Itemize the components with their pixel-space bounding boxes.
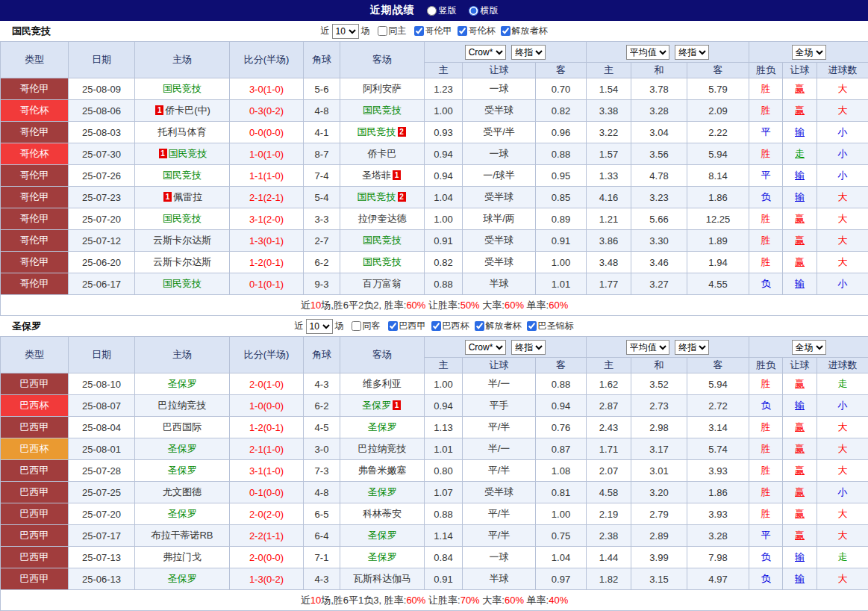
date-cell: 25-06-13 [69, 568, 135, 590]
score-cell[interactable]: 2-0(1-0) [230, 373, 304, 395]
score-cell[interactable]: 2-0(0-0) [230, 547, 304, 568]
league-checkbox[interactable] [458, 26, 467, 36]
team-name[interactable]: 维多利亚 [363, 378, 402, 389]
league-checkbox[interactable] [414, 26, 424, 36]
team-name[interactable]: 云斯卡尔达斯 [153, 256, 211, 267]
team-name[interactable]: 弗鲁米嫩塞 [358, 465, 407, 476]
summary-segment: 10 [310, 300, 321, 311]
team-name[interactable]: 尤文图德 [163, 486, 202, 497]
europe-away-odds-cell: 3.93 [687, 460, 749, 482]
same-venue-filter[interactable]: 同客 [352, 320, 381, 332]
score-cell[interactable]: 3-1(2-0) [230, 208, 304, 230]
match-count-select[interactable]: 10 [306, 319, 333, 334]
same-venue-checkbox[interactable] [352, 321, 361, 331]
team-name[interactable]: 阿利安萨 [363, 83, 402, 94]
team-name[interactable]: 巴拉纳竞技 [158, 400, 207, 411]
team-name[interactable]: 巴拉纳竞技 [358, 443, 407, 454]
layout-horizontal-option[interactable]: 横版 [469, 4, 499, 17]
score-cell[interactable]: 3-0(1-0) [230, 78, 304, 100]
league-checkbox[interactable] [475, 321, 484, 331]
team-name[interactable]: 佩雷拉 [173, 191, 202, 202]
league-filter[interactable]: 哥伦甲 [414, 25, 452, 37]
team-name[interactable]: 圣保罗 [368, 530, 397, 541]
league-filter[interactable]: 哥伦杯 [458, 25, 496, 37]
team-name[interactable]: 圣保罗 [362, 400, 391, 411]
league-filter[interactable]: 解放者杯 [475, 320, 522, 332]
average-select[interactable]: 平均值 [626, 340, 669, 355]
odds-company-select[interactable]: Crow* [465, 340, 506, 355]
scope-select[interactable]: 全场 [792, 340, 826, 355]
team-name[interactable]: 国民竞技 [163, 170, 202, 181]
team-name[interactable]: 国民竞技 [163, 278, 202, 289]
score-cell[interactable]: 2-1(1-0) [230, 438, 304, 460]
team-name[interactable]: 国民竞技 [357, 191, 396, 202]
score-cell[interactable]: 1-2(0-1) [230, 417, 304, 438]
europe-final-select[interactable]: 终指 [675, 340, 709, 355]
horizontal-radio[interactable] [469, 6, 478, 16]
team-name[interactable]: 国民竞技 [357, 126, 396, 137]
scope-select[interactable]: 全场 [792, 45, 826, 60]
league-filter[interactable]: 解放者杯 [501, 25, 548, 37]
team-name[interactable]: 拉伊奎达德 [358, 213, 407, 224]
summary-segment: 60% [505, 595, 524, 606]
team-name[interactable]: 圣保罗 [368, 486, 397, 497]
score-cell[interactable]: 1-3(0-1) [230, 230, 304, 252]
score-cell[interactable]: 0-0(0-0) [230, 122, 304, 143]
league-checkbox[interactable] [527, 321, 537, 331]
team-name[interactable]: 国民竞技 [169, 148, 207, 159]
team-name[interactable]: 圣保罗 [368, 421, 397, 432]
score-cell[interactable]: 2-0(2-0) [230, 503, 304, 525]
team-name[interactable]: 托利马体育 [158, 126, 207, 137]
handicap-final-select[interactable]: 终指 [511, 340, 546, 355]
handicap-final-select[interactable]: 终指 [511, 45, 546, 60]
average-select[interactable]: 平均值 [626, 45, 669, 60]
score-cell[interactable]: 0-1(0-0) [230, 482, 304, 503]
team-name[interactable]: 圣保罗 [168, 573, 197, 584]
score-cell[interactable]: 1-3(0-2) [230, 568, 304, 590]
same-venue-filter[interactable]: 同主 [378, 25, 407, 37]
team-name[interactable]: 圣保罗 [168, 443, 197, 454]
league-filter[interactable]: 巴西甲 [388, 320, 426, 332]
team-name[interactable]: 百万富翁 [363, 278, 402, 289]
team-name[interactable]: 圣保罗 [168, 465, 197, 476]
team-name[interactable]: 科林蒂安 [363, 508, 402, 519]
league-checkbox[interactable] [431, 321, 441, 331]
team-name[interactable]: 云斯卡尔达斯 [153, 235, 211, 246]
league-filter[interactable]: 巴圣锦标 [527, 320, 574, 332]
score-cell[interactable]: 2-1(2-1) [230, 187, 304, 208]
handicap-home-odds-cell: 0.93 [425, 122, 463, 143]
team-name[interactable]: 布拉干蒂诺RB [151, 530, 213, 541]
team-name[interactable]: 圣保罗 [168, 508, 197, 519]
team-name[interactable]: 国民竞技 [163, 213, 202, 224]
layout-vertical-option[interactable]: 竖版 [427, 4, 457, 17]
team-name[interactable]: 圣保罗 [168, 378, 197, 389]
score-cell[interactable]: 0-3(0-2) [230, 100, 304, 122]
score-cell[interactable]: 1-0(0-0) [230, 395, 304, 417]
league-checkbox[interactable] [388, 321, 398, 331]
team-name[interactable]: 国民竞技 [363, 105, 402, 116]
score-cell[interactable]: 0-1(0-1) [230, 273, 304, 295]
league-checkbox[interactable] [501, 26, 511, 36]
team-name[interactable]: 国民竞技 [363, 235, 402, 246]
team-name[interactable]: 国民竞技 [363, 256, 402, 267]
team-name[interactable]: 国民竞技 [163, 83, 202, 94]
vertical-radio[interactable] [427, 6, 437, 16]
score-cell[interactable]: 1-2(0-1) [230, 252, 304, 273]
team-name[interactable]: 侨卡巴(中) [165, 105, 210, 116]
team-name[interactable]: 圣塔菲 [362, 170, 391, 181]
score-cell[interactable]: 1-1(1-0) [230, 165, 304, 187]
team-name[interactable]: 圣保罗 [368, 551, 397, 562]
team-name[interactable]: 巴西国际 [163, 421, 202, 432]
league-filter[interactable]: 巴西杯 [431, 320, 469, 332]
score-cell[interactable]: 3-1(1-0) [230, 460, 304, 482]
col-score: 比分(半场) [230, 337, 304, 373]
score-cell[interactable]: 1-0(1-0) [230, 143, 304, 165]
score-cell[interactable]: 2-2(1-1) [230, 525, 304, 547]
team-name[interactable]: 弗拉门戈 [163, 551, 202, 562]
team-name[interactable]: 侨卡巴 [368, 148, 397, 159]
match-count-select[interactable]: 10 [332, 24, 359, 39]
odds-company-select[interactable]: Crow* [465, 45, 506, 60]
same-venue-checkbox[interactable] [378, 26, 387, 36]
team-name[interactable]: 瓦斯科达伽马 [353, 573, 411, 584]
europe-final-select[interactable]: 终指 [675, 45, 709, 60]
